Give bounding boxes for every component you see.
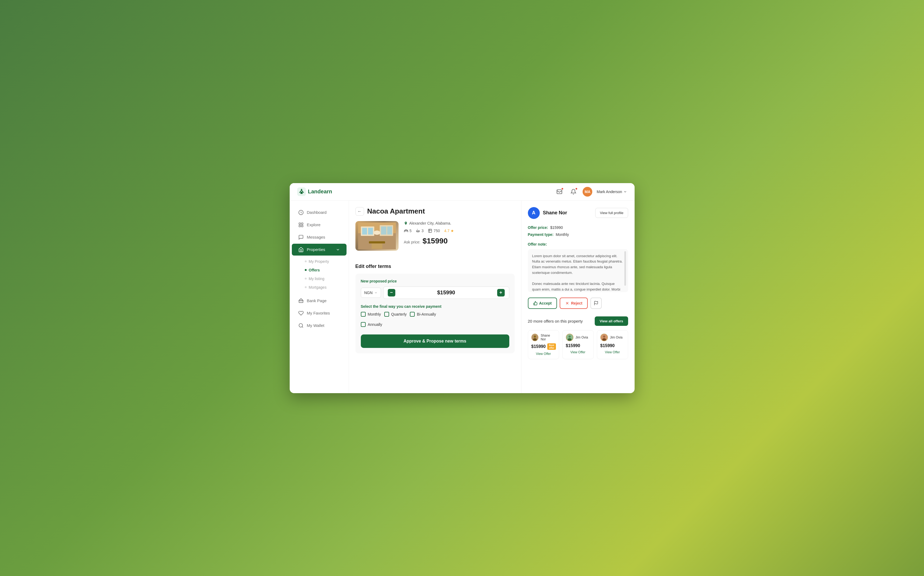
checkbox-annually[interactable] (361, 322, 366, 327)
offer-card-user-3: Jim Ovia (600, 334, 625, 341)
content-area: ← Nacoa Apartment (349, 201, 635, 393)
sidebar-item-mortgages[interactable]: Mortgages (300, 283, 349, 292)
property-header: ← Nacoa Apartment (355, 207, 515, 216)
app-logo: Landearn (297, 187, 332, 196)
dashboard-icon (298, 210, 304, 215)
payment-option-bi-annually[interactable]: Bi-Annually (410, 312, 436, 317)
sidebar-item-my-listing[interactable]: My listing (300, 274, 349, 283)
svg-rect-5 (299, 223, 300, 224)
sub-dot-offers (305, 269, 306, 271)
checkbox-bi-annually[interactable] (410, 312, 415, 317)
offer-card-price-2: $15990 (566, 343, 590, 348)
offer-note-box: Lorem ipsum dolor sit amet, consectetur … (528, 249, 628, 292)
more-action-button[interactable] (590, 298, 602, 309)
scrollbar-thumb (624, 251, 626, 286)
offer-card-3: Jim Ovia $15990 View Offer (597, 330, 628, 359)
offer-form: New proposed price NGN − $15990 (355, 274, 515, 353)
offer-avatar-2 (566, 334, 573, 341)
favorites-icon (298, 310, 304, 316)
offer-cards: Shane Nor $15990 Best offer View Offer (528, 330, 628, 359)
x-icon (565, 301, 569, 306)
approve-propose-button[interactable]: Approve & Propose new terms (361, 334, 509, 348)
payment-type-label: Payment type: (528, 232, 554, 237)
sub-dot-mortgages (305, 286, 306, 288)
checkbox-monthly[interactable] (361, 312, 366, 317)
payment-option-quarterly[interactable]: Quarterly (384, 312, 407, 317)
payment-option-annually[interactable]: Annually (361, 322, 382, 327)
svg-point-13 (299, 323, 302, 327)
offer-user-name-1: Shane Nor (541, 334, 555, 341)
sidebar-item-properties[interactable]: Properties (292, 244, 346, 256)
property-title: Nacoa Apartment (367, 207, 425, 215)
offer-note-text: Lorem ipsum dolor sit amet, consectetur … (532, 253, 624, 292)
svg-line-14 (302, 326, 303, 328)
thumbs-up-icon (533, 301, 537, 306)
property-image (355, 221, 399, 251)
property-card: Alexander City, Alabama. 5 (355, 221, 515, 256)
seller-header: A Shane Nor View full profile (528, 207, 628, 219)
payment-option-monthly[interactable]: Monthly (361, 312, 381, 317)
accept-button[interactable]: Accept (528, 298, 557, 309)
notification-button[interactable] (569, 187, 578, 197)
reject-button[interactable]: Reject (560, 298, 588, 309)
avatar: MA (582, 187, 592, 197)
sidebar-item-dashboard[interactable]: Dashboard (292, 206, 346, 218)
star-icon: ★ (451, 229, 454, 233)
price-display: $15990 (437, 290, 455, 296)
svg-rect-8 (301, 225, 303, 227)
properties-icon (298, 247, 304, 252)
sidebar-item-my-property[interactable]: My Property (300, 257, 349, 266)
property-image-placeholder (355, 221, 399, 251)
offer-price-label: Offer price: (528, 226, 548, 230)
user-name-button[interactable]: Mark Anderson (597, 190, 627, 194)
sidebar-item-bank-page[interactable]: Bank Page (292, 295, 346, 307)
seller-avatar: A (528, 207, 540, 219)
offer-card-user-1: Shane Nor (531, 334, 556, 341)
main-layout: Dashboard Explore Messages (290, 201, 635, 393)
decrease-price-button[interactable]: − (388, 289, 395, 296)
sidebar-item-explore[interactable]: Explore (292, 219, 346, 231)
user-photo-3 (601, 334, 607, 341)
view-offer-link-1[interactable]: View Offer (531, 352, 556, 356)
increase-price-button[interactable]: + (497, 289, 505, 296)
currency-select[interactable]: NGN (361, 288, 381, 298)
offer-avatar-3 (600, 334, 608, 341)
sidebar-item-offers[interactable]: Offers (300, 266, 349, 274)
sqft-meta: 750 (428, 229, 440, 233)
header-actions: MA Mark Anderson (555, 187, 627, 197)
right-panel: A Shane Nor View full profile Offer pric… (521, 201, 635, 393)
property-meta: 5 3 (404, 229, 515, 233)
edit-offer-title: Edit offer terms (355, 264, 515, 269)
bank-icon (298, 298, 304, 304)
svg-point-35 (569, 336, 571, 338)
more-offers-section: 20 more offers on this property View all… (528, 317, 628, 359)
more-offers-header: 20 more offers on this property View all… (528, 317, 628, 326)
sidebar-item-my-favorites[interactable]: My Favorites (292, 307, 346, 319)
flag-icon (594, 301, 598, 306)
edit-offer-section: Edit offer terms New proposed price NGN (355, 264, 515, 353)
mail-button[interactable] (555, 187, 564, 197)
view-profile-button[interactable]: View full profile (595, 208, 628, 218)
sub-dot-my-property (305, 261, 306, 262)
view-all-offers-button[interactable]: View all offers (595, 317, 628, 326)
svg-point-38 (603, 336, 605, 338)
user-photo-2 (566, 334, 573, 341)
offer-user-name-2: Jim Ovia (576, 336, 588, 339)
property-location: Alexander City, Alabama. (404, 221, 515, 226)
back-button[interactable]: ← (355, 207, 364, 216)
sidebar-item-messages[interactable]: Messages (292, 231, 346, 243)
sidebar-item-my-wallet[interactable]: My Wallet (292, 320, 346, 331)
view-offer-link-2[interactable]: View Offer (566, 350, 590, 354)
payment-type-value: Monthly (556, 232, 569, 237)
payment-type-row: Payment type: Monthly (528, 232, 628, 237)
svg-rect-6 (301, 223, 303, 224)
svg-rect-19 (362, 228, 367, 235)
baths-meta: 3 (416, 229, 424, 233)
offer-note-label: Offer note: (528, 242, 628, 246)
svg-rect-21 (381, 226, 387, 235)
svg-point-23 (374, 230, 380, 235)
view-offer-link-3[interactable]: View Offer (600, 350, 625, 354)
svg-rect-20 (368, 228, 373, 235)
checkbox-quarterly[interactable] (384, 312, 389, 317)
svg-rect-7 (299, 225, 300, 227)
